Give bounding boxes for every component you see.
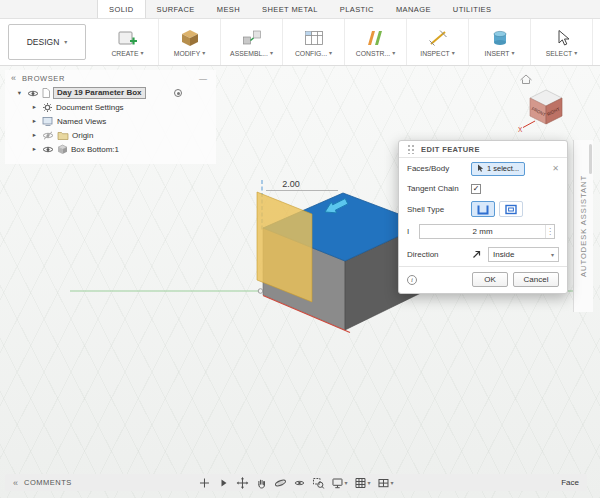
orbit-icon[interactable]: [274, 477, 286, 489]
clear-selection-icon[interactable]: ✕: [552, 164, 559, 173]
toolbar-group-configure[interactable]: CONFIG...▾: [283, 19, 345, 65]
tree-item-named-views[interactable]: ▸ Named Views: [5, 114, 216, 128]
toolbar-group-construct[interactable]: CONSTR...▾: [345, 19, 407, 65]
group-label: INSPECT: [420, 50, 449, 57]
tree-expand-icon[interactable]: ▾: [15, 89, 24, 97]
tab-solid[interactable]: SOLID: [97, 0, 146, 18]
gear-icon: [42, 102, 53, 113]
toolbar-group-modify[interactable]: MODIFY▾: [159, 19, 221, 65]
tab-manage[interactable]: MANAGE: [385, 0, 442, 18]
tree-item-origin[interactable]: ▸ Origin: [5, 128, 216, 142]
origin-point[interactable]: [258, 289, 263, 294]
tree-item-box-bottom[interactable]: ▸ Box Bottom:1: [5, 142, 216, 156]
faces-selection-chip[interactable]: 1 select...: [471, 162, 525, 176]
toolbar-group-inspect[interactable]: INSPECT▾: [407, 19, 469, 65]
viewports-icon[interactable]: ▾: [378, 477, 394, 489]
info-icon[interactable]: i: [407, 275, 417, 285]
visibility-eye-icon[interactable]: [42, 145, 54, 154]
tab-sheet-metal[interactable]: SHEET METAL: [251, 0, 329, 18]
tree-expand-icon[interactable]: ▸: [30, 117, 39, 125]
chevron-down-icon: ▾: [202, 50, 205, 56]
group-label: SELECT: [546, 50, 572, 57]
chevron-down-icon: ▾: [344, 480, 347, 486]
shell-type-label: Shell Type: [407, 205, 471, 214]
design-menu-button[interactable]: DESIGN ▾: [8, 24, 86, 60]
expand-comments-icon[interactable]: «: [13, 478, 18, 488]
chevron-down-icon: ▾: [574, 50, 577, 56]
chevron-down-icon: ▾: [367, 480, 370, 486]
insert-icon: [489, 28, 511, 48]
visibility-eye-icon[interactable]: [27, 89, 39, 98]
comments-panel-label[interactable]: COMMENTS: [24, 478, 72, 487]
dialog-footer: i OK Cancel: [399, 266, 567, 293]
viewcube-x-axis: X: [518, 121, 535, 133]
toolbar-group-insert[interactable]: INSERT▾: [469, 19, 531, 65]
toolbar-group-assemble[interactable]: ASSEMBL...▾: [221, 19, 283, 65]
grid-snaps-icon[interactable]: ▾: [354, 477, 370, 489]
collapse-panel-icon[interactable]: «: [11, 73, 16, 83]
direction-dropdown[interactable]: Inside ▾: [488, 247, 559, 262]
selection-filter-label: Face: [561, 478, 579, 487]
construct-icon: [365, 28, 387, 48]
chevron-down-icon: ▾: [64, 39, 67, 45]
view-cube[interactable]: FRONT RIGHT: [530, 90, 562, 124]
cancel-button[interactable]: Cancel: [513, 272, 559, 287]
tangent-chain-label: Tangent Chain: [407, 184, 471, 193]
shell-type-both-button[interactable]: [499, 201, 523, 217]
browser-header: « BROWSER —: [5, 70, 216, 86]
chevron-down-icon: ▾: [551, 252, 554, 258]
visibility-off-eye-icon[interactable]: [42, 131, 54, 140]
select-cursor-icon: [551, 28, 573, 48]
autodesk-assistant-bar[interactable]: AUTODESK ASSISTANT: [573, 140, 593, 312]
tree-expand-icon[interactable]: ▸: [30, 131, 39, 139]
look-at-icon[interactable]: [293, 477, 305, 489]
thickness-input[interactable]: 2 mm ⋮: [419, 224, 555, 239]
toolbar-group-row: CREATE▾ MODIFY▾ ASSEMBL...▾: [97, 19, 593, 65]
tab-plastic[interactable]: PLASTIC: [329, 0, 385, 18]
tab-surface[interactable]: SURFACE: [146, 0, 206, 18]
fusion360-window: SOLID SURFACE MESH SHEET METAL PLASTIC M…: [0, 0, 600, 498]
inspect-icon: [427, 28, 449, 48]
tab-utilities[interactable]: UTILITIES: [442, 0, 503, 18]
faces-body-row: Faces/Body 1 select... ✕: [399, 158, 567, 179]
dialog-header[interactable]: EDIT FEATURE: [399, 141, 567, 158]
tangent-chain-checkbox[interactable]: ✓: [471, 184, 481, 194]
tree-expand-icon[interactable]: ▸: [30, 103, 39, 111]
group-label: MODIFY: [174, 50, 200, 57]
add-icon[interactable]: [198, 477, 210, 489]
toolbar-group-select[interactable]: SELECT▾: [531, 19, 593, 65]
tab-mesh[interactable]: MESH: [206, 0, 251, 18]
status-bar: « COMMENTS: [5, 474, 587, 491]
group-label: CONFIG...: [295, 50, 327, 57]
thickness-value: 2 mm: [420, 227, 545, 236]
minimize-panel-icon[interactable]: —: [199, 74, 207, 83]
dimension-value[interactable]: 2.00: [282, 179, 300, 189]
ok-button[interactable]: OK: [472, 272, 508, 287]
drag-grip-icon[interactable]: [407, 144, 415, 154]
faces-body-label: Faces/Body: [407, 164, 471, 173]
home-view-icon[interactable]: [521, 75, 532, 84]
shell-type-inside-button[interactable]: [471, 201, 495, 217]
group-label: ASSEMBL...: [230, 50, 268, 57]
toolbar-group-create[interactable]: CREATE▾: [97, 19, 159, 65]
edit-feature-dialog: EDIT FEATURE Faces/Body 1 select... ✕ Ta…: [398, 140, 568, 294]
group-label: CREATE: [111, 50, 138, 57]
tree-root-label[interactable]: Day 19 Parameter Box: [53, 87, 146, 99]
group-label: INSERT: [485, 50, 510, 57]
activate-component-radio[interactable]: [174, 89, 182, 97]
thickness-label: I: [407, 227, 409, 236]
tree-expand-icon[interactable]: ▸: [30, 145, 39, 153]
tree-root-row[interactable]: ▾ Day 19 Parameter Box: [5, 86, 216, 100]
tree-item-document-settings[interactable]: ▸ Document Settings: [5, 100, 216, 114]
display-settings-icon[interactable]: ▾: [331, 477, 347, 489]
zoom-window-icon[interactable]: [312, 477, 324, 489]
chevron-down-icon: ▾: [391, 480, 394, 486]
value-drag-handle-icon[interactable]: ⋮: [545, 225, 554, 238]
flyout-menu-icon[interactable]: [217, 477, 229, 489]
design-menu-label: DESIGN: [27, 37, 60, 47]
shell-inside-icon: [476, 204, 490, 215]
pan-hand-icon[interactable]: [255, 477, 267, 489]
pan-arrows-icon[interactable]: [236, 477, 248, 489]
document-icon: [42, 88, 50, 98]
scrollbar-thumb[interactable]: [589, 144, 592, 174]
